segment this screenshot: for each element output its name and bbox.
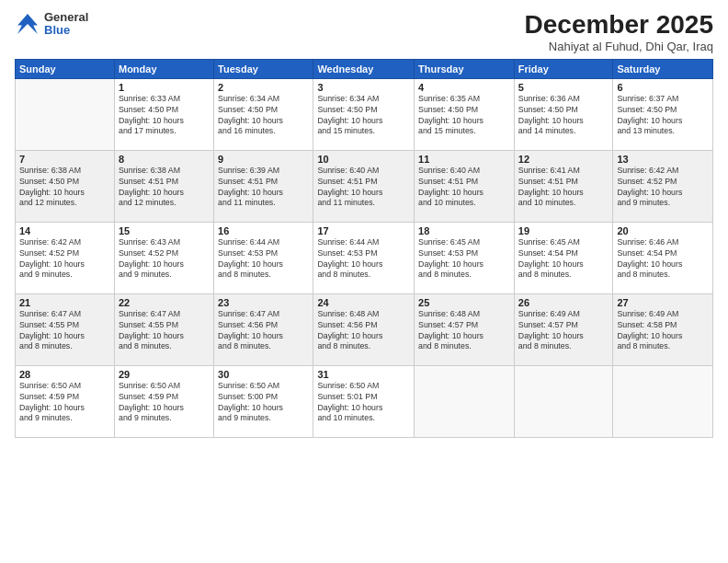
calendar-cell: [613, 365, 713, 437]
day-info: Sunrise: 6:47 AMSunset: 4:56 PMDaylight:…: [218, 309, 309, 353]
calendar-cell: 16Sunrise: 6:44 AMSunset: 4:53 PMDayligh…: [214, 222, 313, 293]
calendar-table: SundayMondayTuesdayWednesdayThursdayFrid…: [15, 59, 713, 438]
day-number: 13: [617, 154, 709, 165]
day-info: Sunrise: 6:50 AMSunset: 5:01 PMDaylight:…: [317, 381, 410, 425]
day-info: Sunrise: 6:45 AMSunset: 4:54 PMDaylight:…: [518, 237, 609, 282]
calendar-cell: 2Sunrise: 6:34 AMSunset: 4:50 PMDaylight…: [214, 78, 313, 150]
day-info: Sunrise: 6:50 AMSunset: 4:59 PMDaylight:…: [119, 381, 210, 425]
day-number: 12: [518, 154, 609, 165]
day-info: Sunrise: 6:34 AMSunset: 4:50 PMDaylight:…: [218, 94, 309, 138]
day-info: Sunrise: 6:42 AMSunset: 4:52 PMDaylight:…: [19, 237, 110, 282]
calendar-cell: 18Sunrise: 6:45 AMSunset: 4:53 PMDayligh…: [415, 222, 515, 293]
day-number: 8: [119, 154, 210, 165]
calendar-cell: 29Sunrise: 6:50 AMSunset: 4:59 PMDayligh…: [114, 365, 213, 437]
calendar-cell: 3Sunrise: 6:34 AMSunset: 4:50 PMDaylight…: [313, 78, 415, 150]
calendar-cell: [415, 365, 515, 437]
weekday-header-friday: Friday: [514, 59, 613, 78]
calendar-cell: 10Sunrise: 6:40 AMSunset: 4:51 PMDayligh…: [313, 150, 415, 222]
day-number: 28: [19, 369, 110, 380]
calendar-cell: 11Sunrise: 6:40 AMSunset: 4:51 PMDayligh…: [415, 150, 515, 222]
header: General Blue December 2025 Nahiyat al Fu…: [15, 11, 713, 53]
location-title: Nahiyat al Fuhud, Dhi Qar, Iraq: [525, 40, 713, 53]
logo-icon: [15, 11, 40, 37]
day-number: 2: [218, 82, 309, 93]
day-number: 31: [317, 369, 410, 380]
logo: General Blue: [15, 11, 88, 38]
page: General Blue December 2025 Nahiyat al Fu…: [0, 0, 728, 563]
day-number: 17: [317, 225, 410, 236]
day-info: Sunrise: 6:48 AMSunset: 4:57 PMDaylight:…: [418, 309, 510, 353]
day-info: Sunrise: 6:49 AMSunset: 4:58 PMDaylight:…: [617, 309, 709, 353]
day-number: 11: [418, 154, 510, 165]
logo-blue-text: Blue: [44, 24, 88, 37]
week-row-3: 14Sunrise: 6:42 AMSunset: 4:52 PMDayligh…: [16, 222, 713, 293]
title-block: December 2025 Nahiyat al Fuhud, Dhi Qar,…: [525, 11, 713, 53]
day-number: 9: [218, 154, 309, 165]
week-row-1: 1Sunrise: 6:33 AMSunset: 4:50 PMDaylight…: [16, 78, 713, 150]
weekday-header-wednesday: Wednesday: [313, 59, 415, 78]
calendar-cell: 14Sunrise: 6:42 AMSunset: 4:52 PMDayligh…: [16, 222, 115, 293]
day-number: 24: [317, 297, 410, 308]
calendar-cell: 19Sunrise: 6:45 AMSunset: 4:54 PMDayligh…: [514, 222, 613, 293]
day-info: Sunrise: 6:50 AMSunset: 4:59 PMDaylight:…: [19, 381, 110, 425]
day-number: 7: [19, 154, 110, 165]
svg-marker-0: [17, 14, 38, 34]
day-info: Sunrise: 6:37 AMSunset: 4:50 PMDaylight:…: [617, 94, 709, 138]
day-info: Sunrise: 6:38 AMSunset: 4:51 PMDaylight:…: [119, 166, 210, 210]
calendar-cell: 15Sunrise: 6:43 AMSunset: 4:52 PMDayligh…: [114, 222, 213, 293]
logo-text: General Blue: [44, 11, 88, 38]
day-info: Sunrise: 6:40 AMSunset: 4:51 PMDaylight:…: [418, 166, 510, 210]
day-number: 30: [218, 369, 309, 380]
weekday-header-sunday: Sunday: [16, 59, 115, 78]
week-row-2: 7Sunrise: 6:38 AMSunset: 4:50 PMDaylight…: [16, 150, 713, 222]
day-info: Sunrise: 6:41 AMSunset: 4:51 PMDaylight:…: [518, 166, 609, 210]
weekday-header-monday: Monday: [114, 59, 213, 78]
day-number: 21: [19, 297, 110, 308]
day-number: 27: [617, 297, 709, 308]
calendar-cell: 24Sunrise: 6:48 AMSunset: 4:56 PMDayligh…: [313, 293, 415, 365]
day-info: Sunrise: 6:33 AMSunset: 4:50 PMDaylight:…: [119, 94, 210, 138]
day-info: Sunrise: 6:48 AMSunset: 4:56 PMDaylight:…: [317, 309, 410, 353]
calendar-cell: 9Sunrise: 6:39 AMSunset: 4:51 PMDaylight…: [214, 150, 313, 222]
week-row-4: 21Sunrise: 6:47 AMSunset: 4:55 PMDayligh…: [16, 293, 713, 365]
weekday-header-tuesday: Tuesday: [214, 59, 313, 78]
day-number: 25: [418, 297, 510, 308]
day-number: 23: [218, 297, 309, 308]
calendar-cell: 21Sunrise: 6:47 AMSunset: 4:55 PMDayligh…: [16, 293, 115, 365]
calendar-cell: 23Sunrise: 6:47 AMSunset: 4:56 PMDayligh…: [214, 293, 313, 365]
weekday-header-saturday: Saturday: [613, 59, 713, 78]
logo-general-text: General: [44, 11, 88, 24]
calendar-cell: 20Sunrise: 6:46 AMSunset: 4:54 PMDayligh…: [613, 222, 713, 293]
day-number: 18: [418, 225, 510, 236]
calendar-cell: 27Sunrise: 6:49 AMSunset: 4:58 PMDayligh…: [613, 293, 713, 365]
calendar-cell: 8Sunrise: 6:38 AMSunset: 4:51 PMDaylight…: [114, 150, 213, 222]
day-info: Sunrise: 6:47 AMSunset: 4:55 PMDaylight:…: [19, 309, 110, 353]
day-info: Sunrise: 6:44 AMSunset: 4:53 PMDaylight:…: [218, 237, 309, 282]
day-number: 29: [119, 369, 210, 380]
day-number: 14: [19, 225, 110, 236]
day-number: 4: [418, 82, 510, 93]
day-info: Sunrise: 6:44 AMSunset: 4:53 PMDaylight:…: [317, 237, 410, 282]
day-number: 3: [317, 82, 410, 93]
day-number: 15: [119, 225, 210, 236]
month-title: December 2025: [525, 11, 713, 40]
day-number: 22: [119, 297, 210, 308]
day-number: 1: [119, 82, 210, 93]
day-info: Sunrise: 6:42 AMSunset: 4:52 PMDaylight:…: [617, 166, 709, 210]
day-number: 20: [617, 225, 709, 236]
calendar-cell: 13Sunrise: 6:42 AMSunset: 4:52 PMDayligh…: [613, 150, 713, 222]
calendar-cell: 7Sunrise: 6:38 AMSunset: 4:50 PMDaylight…: [16, 150, 115, 222]
day-number: 10: [317, 154, 410, 165]
calendar-cell: 25Sunrise: 6:48 AMSunset: 4:57 PMDayligh…: [415, 293, 515, 365]
calendar-cell: 30Sunrise: 6:50 AMSunset: 5:00 PMDayligh…: [214, 365, 313, 437]
day-info: Sunrise: 6:34 AMSunset: 4:50 PMDaylight:…: [317, 94, 410, 138]
calendar-cell: 6Sunrise: 6:37 AMSunset: 4:50 PMDaylight…: [613, 78, 713, 150]
calendar-cell: 26Sunrise: 6:49 AMSunset: 4:57 PMDayligh…: [514, 293, 613, 365]
day-info: Sunrise: 6:50 AMSunset: 5:00 PMDaylight:…: [218, 381, 309, 425]
week-row-5: 28Sunrise: 6:50 AMSunset: 4:59 PMDayligh…: [16, 365, 713, 437]
calendar-cell: 12Sunrise: 6:41 AMSunset: 4:51 PMDayligh…: [514, 150, 613, 222]
day-info: Sunrise: 6:43 AMSunset: 4:52 PMDaylight:…: [119, 237, 210, 282]
weekday-header-thursday: Thursday: [415, 59, 515, 78]
day-info: Sunrise: 6:47 AMSunset: 4:55 PMDaylight:…: [119, 309, 210, 353]
day-info: Sunrise: 6:38 AMSunset: 4:50 PMDaylight:…: [19, 166, 110, 210]
